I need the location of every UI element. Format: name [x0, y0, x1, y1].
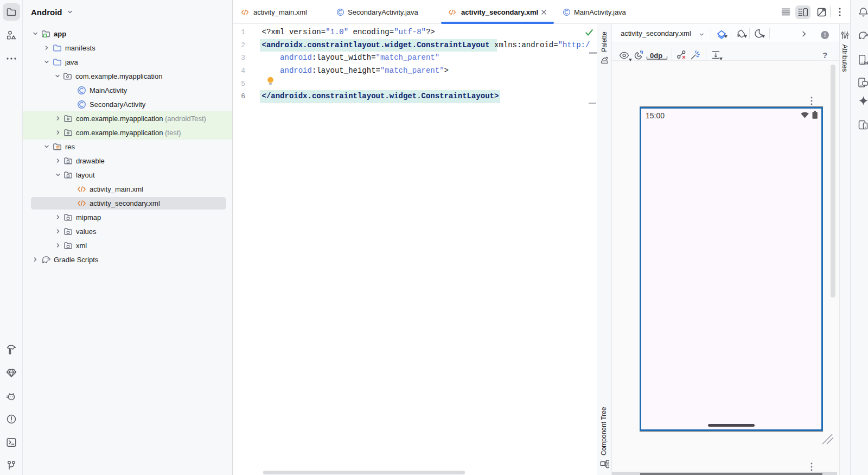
svg-text:0dp: 0dp [650, 52, 662, 60]
